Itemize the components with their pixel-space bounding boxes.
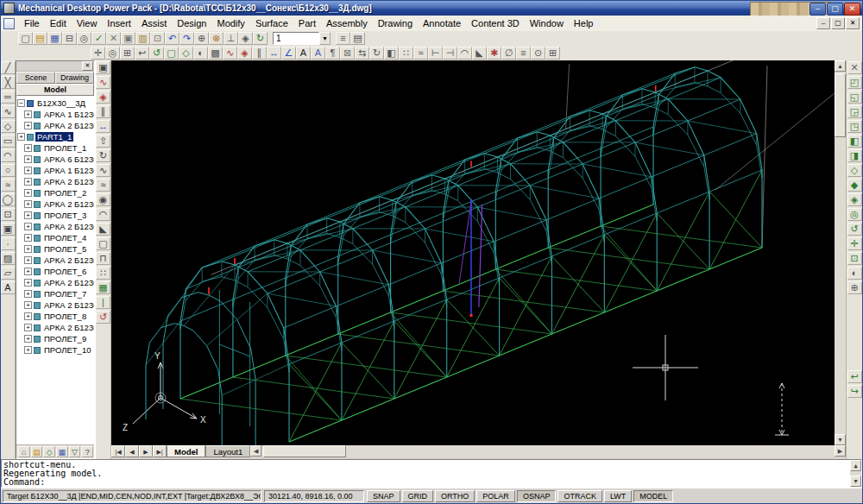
tree-item[interactable]: + АРКА 6 Б1230_1 bbox=[17, 154, 94, 165]
filter-footer-icon[interactable]: ▽ bbox=[69, 446, 81, 457]
ucs-toolbar-icon[interactable]: ⊥ bbox=[224, 32, 238, 45]
tree-item[interactable]: + АРКА 2 Б1230_8 bbox=[17, 299, 94, 311]
work-plane-icon[interactable]: ▦ bbox=[96, 281, 110, 294]
revolve-icon[interactable]: ↻ bbox=[96, 149, 110, 162]
zoom-extents-icon[interactable]: ⊡ bbox=[847, 252, 862, 265]
status-toggle[interactable]: ORTHO bbox=[435, 490, 475, 502]
tree-item[interactable]: + АРКА 2 Б1230_6 bbox=[17, 255, 94, 266]
sketch-dimension-icon[interactable]: ↔ bbox=[96, 120, 110, 133]
scroll-left-icon[interactable]: ◀ bbox=[250, 445, 261, 457]
part-sketch-icon[interactable]: ∿ bbox=[96, 76, 110, 89]
calculator-icon[interactable]: ⊞ bbox=[545, 47, 560, 60]
menu-item[interactable]: View bbox=[72, 17, 103, 29]
tree-expander[interactable]: + bbox=[24, 290, 32, 298]
erase-icon[interactable]: ⊠ bbox=[340, 47, 355, 60]
menu-item[interactable]: File bbox=[19, 17, 45, 29]
status-toggle[interactable]: LWT bbox=[604, 490, 632, 502]
toolbar-close-icon[interactable]: ✕ bbox=[847, 61, 862, 74]
new-icon[interactable]: ▢ bbox=[18, 32, 33, 45]
text-style-icon[interactable]: A bbox=[296, 47, 311, 60]
doc-restore-button[interactable]: ▢ bbox=[831, 17, 845, 29]
scene-footer-icon[interactable]: ◇ bbox=[43, 446, 55, 457]
tree-item[interactable]: + ПРОЛЕТ_8 bbox=[17, 311, 94, 322]
menu-item[interactable]: Window bbox=[525, 17, 569, 29]
back-view-icon[interactable]: ◨ bbox=[847, 149, 862, 162]
horizontal-scrollbar[interactable]: ◀ ▶ bbox=[250, 445, 846, 457]
copy-icon[interactable]: ▣ bbox=[121, 32, 135, 45]
se-iso-view-icon[interactable]: ◆ bbox=[847, 179, 862, 192]
menu-item[interactable]: Insert bbox=[102, 17, 136, 29]
tree-item[interactable]: − Б12X30__3Д bbox=[17, 98, 94, 109]
object-snap-icon[interactable]: ⊗ bbox=[209, 32, 224, 45]
tree-item[interactable]: + ПРОЛЕТ_5 bbox=[17, 243, 94, 255]
scale-combo[interactable]: 1 ▼ bbox=[273, 32, 331, 45]
iso-view-icon[interactable]: ◇ bbox=[179, 47, 193, 60]
part-profile-icon[interactable]: ◈ bbox=[96, 91, 110, 104]
new-dimension-icon[interactable]: ↔ bbox=[267, 47, 281, 60]
menu-item[interactable]: Annotate bbox=[418, 17, 466, 29]
profile-icon[interactable]: ◈ bbox=[237, 47, 252, 60]
bottom-view-icon[interactable]: ◱ bbox=[847, 91, 862, 104]
ne-iso-view-icon[interactable]: ◈ bbox=[847, 193, 862, 206]
add-constraint-icon[interactable]: ∥ bbox=[252, 47, 267, 60]
hyperlink-icon[interactable]: ⊕ bbox=[194, 32, 209, 45]
tree-item[interactable]: + АРКА 2 Б1230_1 bbox=[17, 120, 94, 131]
menu-item[interactable]: Content 3D bbox=[466, 17, 525, 29]
tab-last-button[interactable]: ▶| bbox=[153, 445, 167, 457]
tree-expander[interactable]: + bbox=[24, 346, 32, 354]
tree-item[interactable]: + PART1_1 bbox=[17, 131, 94, 142]
fillet-icon[interactable]: ◠ bbox=[457, 47, 472, 60]
hole-icon[interactable]: ◉ bbox=[96, 193, 110, 206]
arc-icon[interactable]: ◠ bbox=[1, 149, 16, 162]
fillet-3d-icon[interactable]: ◠ bbox=[96, 208, 110, 221]
point-icon[interactable]: ∙ bbox=[1, 237, 16, 250]
tree-item[interactable]: + ПРОЛЕТ_4 bbox=[17, 232, 94, 243]
properties-icon[interactable]: ▤ bbox=[350, 32, 365, 45]
mtext-icon[interactable]: A bbox=[1, 281, 16, 294]
tree-expander[interactable]: + bbox=[24, 167, 32, 174]
doc-minimize-button[interactable]: – bbox=[816, 17, 830, 29]
spelling-icon[interactable]: ✓ bbox=[91, 32, 106, 45]
tree-expander[interactable]: + bbox=[24, 245, 32, 253]
rotate-icon[interactable]: ↻ bbox=[369, 47, 384, 60]
shade-mode-icon[interactable]: ◐ bbox=[847, 267, 862, 280]
menu-item[interactable]: Design bbox=[172, 17, 211, 29]
desktop-footer-icon[interactable]: ⌂ bbox=[18, 446, 30, 457]
undo-icon[interactable]: ↶ bbox=[165, 32, 180, 45]
move-icon[interactable]: ⇆ bbox=[355, 47, 369, 60]
wcs-icon[interactable]: ⊕ bbox=[847, 281, 862, 294]
tree-item[interactable]: + АРКА 1 Б1230_1 bbox=[17, 109, 94, 120]
single-line-text-icon[interactable]: A bbox=[311, 47, 325, 60]
zoom-realtime-icon[interactable]: ◎ bbox=[105, 47, 120, 60]
rectangle-icon[interactable]: ▭ bbox=[1, 135, 16, 148]
tree-item[interactable]: + ПРОЛЕТ_2 bbox=[17, 187, 94, 198]
multiline-text-icon[interactable]: ¶ bbox=[325, 47, 340, 60]
tree-expander[interactable]: + bbox=[24, 122, 32, 129]
horizontal-scroll-track[interactable] bbox=[261, 445, 835, 457]
tree-item[interactable]: + АРКА 1 Б1230_2 bbox=[17, 165, 94, 176]
menu-item[interactable]: Part bbox=[293, 17, 321, 29]
insert-block-icon[interactable]: ⊡ bbox=[1, 208, 16, 221]
shade-icon[interactable]: ◐ bbox=[193, 47, 208, 60]
tree-item[interactable]: + ПРОЛЕТ_7 bbox=[17, 288, 94, 299]
tree-expander[interactable]: + bbox=[24, 211, 32, 219]
tree-item[interactable]: + АРКА 2 Б1230_3 bbox=[17, 198, 94, 210]
open-icon[interactable]: ▤ bbox=[33, 32, 47, 45]
front-view-icon[interactable]: ◧ bbox=[847, 135, 862, 148]
scale-combo-value[interactable]: 1 bbox=[273, 32, 319, 45]
redo-icon[interactable]: ↷ bbox=[180, 32, 194, 45]
tree-item[interactable]: + ПРОЛЕТ_10 bbox=[17, 344, 94, 356]
zoom-previous-icon[interactable]: ↩ bbox=[135, 47, 149, 60]
tree-expander[interactable]: + bbox=[24, 256, 32, 264]
tree-item[interactable]: + ПРОЛЕТ_9 bbox=[17, 333, 94, 344]
pan-view-icon[interactable]: ✛ bbox=[847, 237, 862, 250]
tree-expander[interactable]: + bbox=[24, 200, 32, 208]
view-previous-icon[interactable]: ↩ bbox=[847, 370, 862, 383]
spline-icon[interactable]: ≈ bbox=[1, 179, 16, 192]
tree-expander[interactable]: + bbox=[24, 178, 32, 186]
scroll-up-icon[interactable]: ▲ bbox=[835, 60, 846, 72]
save-icon[interactable]: ▦ bbox=[47, 32, 62, 45]
tree-item[interactable]: + АРКА 2 Б1230_4 bbox=[17, 221, 94, 232]
rib-icon[interactable]: ⊓ bbox=[96, 252, 110, 265]
array-icon[interactable]: ∷ bbox=[399, 47, 413, 60]
